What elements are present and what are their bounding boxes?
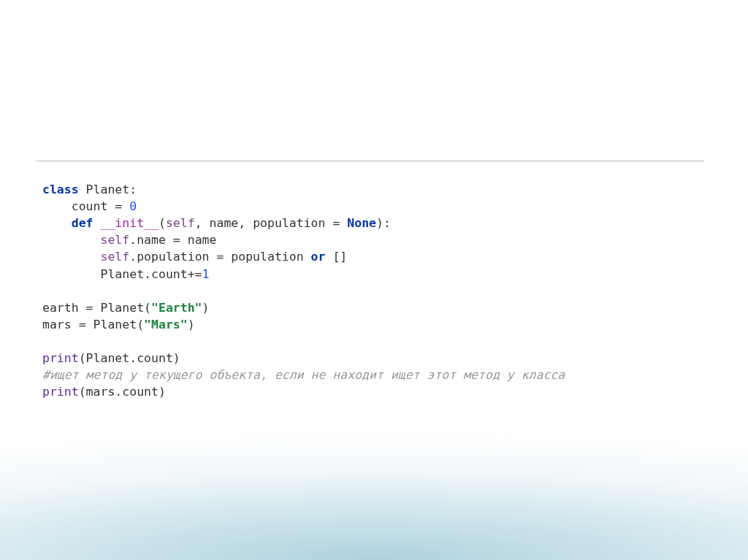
code-line-8: earth = Planet("Earth") bbox=[42, 301, 210, 315]
code-line-6: Planet.count+=1 bbox=[42, 267, 210, 281]
slide-background-gradient bbox=[0, 399, 748, 560]
code-editor-snippet: class Planet: count = 0 def __init__(sel… bbox=[37, 161, 704, 404]
code-line-3: def __init__(self, name, population = No… bbox=[42, 216, 391, 230]
code-line-4: self.name = name bbox=[42, 233, 216, 247]
code-line-9: mars = Planet("Mars") bbox=[42, 318, 195, 331]
code-line-blank-7 bbox=[42, 284, 50, 298]
code-line-1: class Planet: bbox=[42, 183, 137, 196]
code-line-5: self.population = population or [] bbox=[42, 250, 347, 264]
code-line-13: print(mars.count) bbox=[42, 385, 166, 399]
code-line-12: #ищет метод у текущего объекта, если не … bbox=[42, 368, 565, 382]
code-line-2: count = 0 bbox=[42, 199, 137, 213]
code-line-blank-10 bbox=[42, 334, 50, 348]
code-line-11: print(Planet.count) bbox=[42, 351, 180, 365]
